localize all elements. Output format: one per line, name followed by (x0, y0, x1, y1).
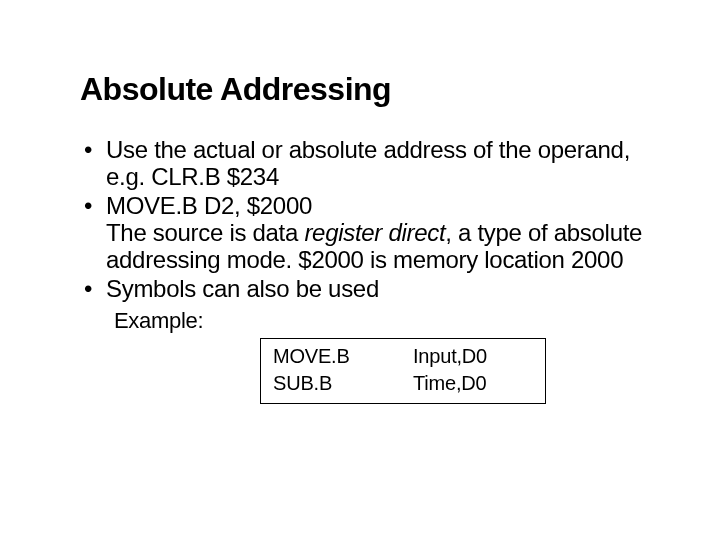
bullet-2-line2: The source is data register direct, a ty… (106, 220, 650, 274)
bullet-2-line2-italic: register direct (304, 219, 445, 246)
bullet-item-2: MOVE.B D2, $2000 The source is data regi… (106, 193, 650, 274)
bullet-item-1: Use the actual or absolute address of th… (106, 137, 650, 191)
bullet-3-text: Symbols can also be used (106, 276, 650, 303)
bullet-1-text: Use the actual or absolute address of th… (106, 137, 650, 191)
bullet-list: Use the actual or absolute address of th… (80, 137, 650, 302)
code-1-op: MOVE.B (273, 343, 413, 370)
bullet-2-line1: MOVE.B D2, $2000 (106, 193, 650, 220)
code-box: MOVE.B Input,D0 SUB.B Time,D0 (260, 338, 546, 404)
code-2-op: SUB.B (273, 370, 413, 397)
bullet-2-line2a: The source is data (106, 219, 304, 246)
example-label: Example: (114, 308, 650, 334)
code-row-1: MOVE.B Input,D0 (273, 343, 533, 370)
slide: Absolute Addressing Use the actual or ab… (0, 0, 720, 540)
code-1-args: Input,D0 (413, 343, 533, 370)
slide-title: Absolute Addressing (80, 72, 650, 107)
bullet-item-3: Symbols can also be used (106, 276, 650, 303)
code-2-args: Time,D0 (413, 370, 533, 397)
code-row-2: SUB.B Time,D0 (273, 370, 533, 397)
